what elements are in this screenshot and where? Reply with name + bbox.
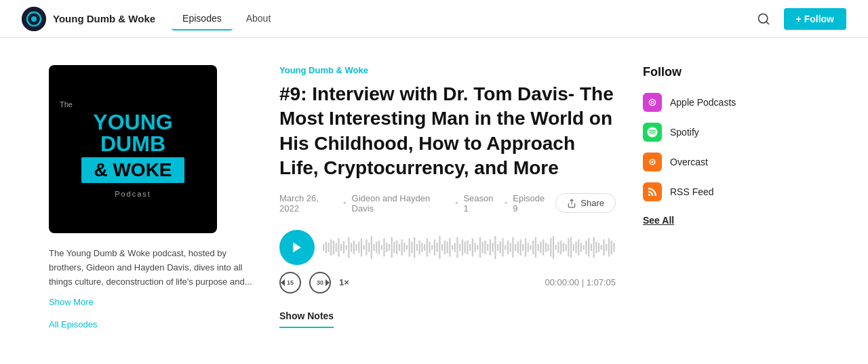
svg-rect-18 bbox=[351, 243, 352, 252]
svg-rect-58 bbox=[452, 245, 453, 249]
follow-item-spotify[interactable]: Spotify bbox=[643, 123, 819, 142]
spotify-icon bbox=[643, 123, 662, 142]
forward-label: 30 bbox=[317, 279, 323, 286]
forward-button[interactable]: 30 bbox=[309, 272, 331, 294]
brand-name: Young Dumb & Woke bbox=[53, 13, 155, 24]
svg-rect-64 bbox=[467, 240, 468, 254]
svg-rect-37 bbox=[399, 243, 400, 250]
nav-right: + Follow bbox=[754, 8, 846, 30]
follow-item-overcast[interactable]: Overcast bbox=[643, 153, 819, 171]
svg-rect-105 bbox=[570, 237, 572, 257]
svg-rect-33 bbox=[389, 243, 390, 250]
follow-item-rss[interactable]: RSS Feed bbox=[643, 182, 819, 201]
waveform[interactable]: const bars = []; const count = 120; for … bbox=[323, 230, 616, 265]
svg-rect-91 bbox=[535, 237, 536, 257]
episode-podcast-label[interactable]: Young Dumb & Woke bbox=[279, 65, 616, 75]
svg-rect-66 bbox=[472, 238, 473, 256]
episode-title: #9: Interview with Dr. Tom Davis- The Mo… bbox=[279, 82, 616, 181]
follow-button[interactable]: + Follow bbox=[784, 8, 846, 30]
share-button[interactable]: Share bbox=[555, 193, 616, 213]
svg-rect-119 bbox=[606, 243, 607, 250]
svg-rect-65 bbox=[469, 243, 471, 250]
sidebar-right: Follow Apple Podcasts S bbox=[643, 65, 819, 330]
share-label: Share bbox=[580, 198, 604, 208]
rewind-label: 15 bbox=[287, 279, 294, 286]
svg-rect-42 bbox=[411, 241, 412, 253]
svg-rect-14 bbox=[340, 243, 342, 250]
svg-rect-122 bbox=[613, 243, 614, 252]
svg-rect-82 bbox=[512, 237, 513, 257]
brand-link[interactable]: Young Dumb & Woke bbox=[22, 7, 155, 31]
svg-rect-8 bbox=[326, 241, 327, 253]
svg-rect-27 bbox=[373, 243, 374, 250]
svg-rect-120 bbox=[608, 238, 610, 256]
svg-rect-116 bbox=[598, 243, 599, 252]
player-bottom: 15 30 1× 00:00:00 | bbox=[279, 272, 616, 294]
show-more-link[interactable]: Show More bbox=[49, 297, 252, 307]
svg-rect-53 bbox=[439, 236, 440, 259]
svg-rect-121 bbox=[611, 240, 612, 254]
play-button[interactable] bbox=[279, 230, 315, 265]
audio-player: const bars = []; const count = 120; for … bbox=[279, 230, 616, 294]
sidebar-description: The Young Dumb & Woke podcast, hosted by… bbox=[49, 247, 252, 289]
svg-point-125 bbox=[648, 194, 650, 196]
svg-rect-39 bbox=[403, 243, 405, 252]
svg-rect-52 bbox=[437, 243, 438, 252]
svg-rect-19 bbox=[353, 240, 355, 254]
svg-rect-99 bbox=[555, 245, 557, 249]
svg-rect-89 bbox=[530, 245, 531, 249]
svg-rect-20 bbox=[355, 243, 357, 250]
time-total: 1:07:05 bbox=[587, 277, 616, 287]
svg-rect-15 bbox=[343, 241, 344, 254]
all-episodes-link[interactable]: All Episodes bbox=[49, 319, 98, 329]
player-controls: const bars = []; const count = 120; for … bbox=[279, 230, 616, 265]
svg-rect-73 bbox=[490, 239, 491, 256]
svg-rect-108 bbox=[578, 239, 579, 256]
nav-about[interactable]: About bbox=[235, 7, 282, 31]
svg-rect-101 bbox=[560, 240, 561, 254]
sidebar-left: The YOUNG DUMB & WOKE Podcast The Young … bbox=[49, 65, 252, 330]
spotify-label: Spotify bbox=[670, 127, 699, 138]
svg-rect-25 bbox=[368, 243, 370, 252]
podcast-cover: The YOUNG DUMB & WOKE Podcast bbox=[49, 65, 217, 233]
svg-marker-6 bbox=[293, 242, 301, 252]
svg-rect-110 bbox=[583, 245, 585, 249]
svg-rect-55 bbox=[444, 240, 446, 254]
svg-rect-16 bbox=[346, 245, 347, 249]
svg-rect-32 bbox=[386, 243, 387, 252]
meta-dot-2: • bbox=[455, 198, 458, 208]
svg-rect-115 bbox=[595, 241, 597, 253]
show-notes-tab[interactable]: Show Notes bbox=[279, 310, 616, 328]
svg-rect-62 bbox=[462, 239, 463, 256]
overcast-label: Overcast bbox=[670, 157, 708, 167]
svg-rect-100 bbox=[557, 241, 559, 253]
svg-rect-97 bbox=[550, 238, 551, 256]
svg-rect-79 bbox=[505, 245, 506, 249]
svg-rect-69 bbox=[479, 237, 481, 257]
svg-rect-103 bbox=[566, 243, 567, 250]
svg-rect-83 bbox=[515, 243, 516, 250]
svg-rect-47 bbox=[424, 243, 425, 250]
follow-item-apple[interactable]: Apple Podcasts bbox=[643, 93, 819, 112]
svg-rect-23 bbox=[363, 245, 365, 249]
speed-button[interactable]: 1× bbox=[339, 277, 349, 287]
svg-rect-112 bbox=[588, 238, 589, 256]
svg-rect-38 bbox=[401, 239, 402, 256]
search-button[interactable] bbox=[754, 9, 773, 28]
svg-rect-94 bbox=[542, 239, 544, 256]
rewind-button[interactable]: 15 bbox=[279, 272, 301, 294]
meta-dot-3: • bbox=[505, 198, 508, 208]
episode-author: Gideon and Hayden Davis bbox=[352, 193, 450, 214]
nav-episodes[interactable]: Episodes bbox=[172, 7, 233, 31]
svg-rect-67 bbox=[474, 243, 475, 252]
svg-rect-85 bbox=[519, 239, 521, 256]
see-all-link[interactable]: See All bbox=[643, 215, 819, 226]
svg-rect-95 bbox=[545, 243, 547, 252]
svg-rect-44 bbox=[416, 243, 418, 250]
follow-heading: Follow bbox=[643, 65, 819, 79]
show-notes-label: Show Notes bbox=[279, 310, 334, 328]
svg-rect-78 bbox=[502, 238, 503, 256]
svg-rect-48 bbox=[427, 238, 428, 256]
svg-rect-45 bbox=[419, 240, 420, 254]
rss-feed-label: RSS Feed bbox=[670, 186, 714, 197]
